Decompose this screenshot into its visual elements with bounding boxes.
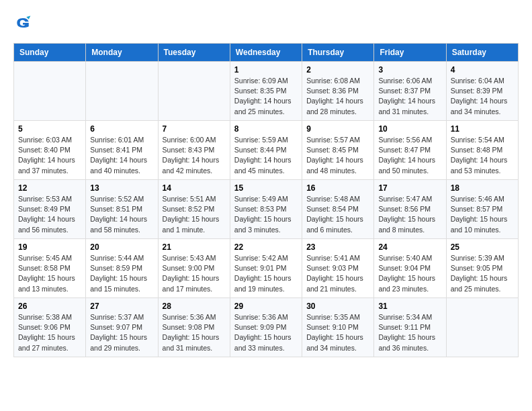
header-day-wednesday: Wednesday (230, 44, 302, 62)
calendar-cell: 17Sunrise: 5:47 AMSunset: 8:56 PMDayligh… (374, 180, 446, 239)
calendar-cell: 26Sunrise: 5:38 AMSunset: 9:06 PMDayligh… (14, 298, 86, 357)
calendar-cell: 31Sunrise: 5:34 AMSunset: 9:11 PMDayligh… (374, 298, 446, 357)
header-day-thursday: Thursday (302, 44, 374, 62)
day-info: Sunrise: 5:57 AMSunset: 8:45 PMDaylight:… (306, 135, 369, 176)
day-number: 21 (163, 242, 226, 252)
day-number: 27 (90, 302, 153, 311)
calendar-cell (158, 62, 230, 121)
day-number: 22 (234, 242, 298, 252)
day-number: 23 (306, 242, 369, 252)
calendar-cell: 6Sunrise: 6:01 AMSunset: 8:41 PMDaylight… (86, 121, 158, 180)
day-info: Sunrise: 5:37 AMSunset: 9:07 PMDaylight:… (90, 312, 153, 353)
week-row-2: 5Sunrise: 6:03 AMSunset: 8:40 PMDaylight… (14, 121, 519, 180)
calendar-cell: 9Sunrise: 5:57 AMSunset: 8:45 PMDaylight… (302, 121, 374, 180)
day-info: Sunrise: 6:01 AMSunset: 8:41 PMDaylight:… (90, 135, 153, 176)
day-number: 6 (90, 124, 153, 134)
calendar-cell (86, 62, 158, 121)
day-info: Sunrise: 5:46 AMSunset: 8:57 PMDaylight:… (451, 194, 514, 235)
header-day-saturday: Saturday (446, 44, 518, 62)
day-number: 4 (451, 65, 514, 75)
calendar-cell: 3Sunrise: 6:06 AMSunset: 8:37 PMDaylight… (374, 62, 446, 121)
day-info: Sunrise: 5:42 AMSunset: 9:01 PMDaylight:… (234, 253, 298, 294)
day-number: 28 (163, 302, 226, 311)
calendar-cell (446, 298, 518, 357)
week-row-1: 1Sunrise: 6:09 AMSunset: 8:35 PMDaylight… (14, 62, 519, 121)
day-info: Sunrise: 5:56 AMSunset: 8:47 PMDaylight:… (378, 135, 441, 176)
day-info: Sunrise: 5:36 AMSunset: 9:09 PMDaylight:… (234, 312, 298, 353)
day-number: 10 (378, 124, 441, 134)
day-info: Sunrise: 5:51 AMSunset: 8:52 PMDaylight:… (163, 194, 226, 235)
calendar-body: 1Sunrise: 6:09 AMSunset: 8:35 PMDaylight… (14, 62, 519, 357)
day-number: 2 (306, 65, 369, 75)
day-info: Sunrise: 5:49 AMSunset: 8:53 PMDaylight:… (234, 194, 298, 235)
day-number: 31 (378, 302, 441, 311)
day-info: Sunrise: 5:59 AMSunset: 8:44 PMDaylight:… (234, 135, 298, 176)
day-number: 18 (451, 183, 514, 193)
day-number: 19 (18, 242, 81, 252)
calendar-cell: 28Sunrise: 5:36 AMSunset: 9:08 PMDayligh… (158, 298, 230, 357)
header-day-sunday: Sunday (14, 44, 86, 62)
day-number: 12 (18, 183, 81, 193)
day-info: Sunrise: 5:43 AMSunset: 9:00 PMDaylight:… (163, 253, 226, 294)
calendar-cell: 8Sunrise: 5:59 AMSunset: 8:44 PMDaylight… (230, 121, 302, 180)
day-info: Sunrise: 5:52 AMSunset: 8:51 PMDaylight:… (90, 194, 153, 235)
day-number: 29 (234, 302, 298, 311)
day-info: Sunrise: 5:36 AMSunset: 9:08 PMDaylight:… (163, 312, 226, 353)
day-number: 24 (378, 242, 441, 252)
calendar-cell: 7Sunrise: 6:00 AMSunset: 8:43 PMDaylight… (158, 121, 230, 180)
calendar-table: SundayMondayTuesdayWednesdayThursdayFrid… (13, 43, 519, 357)
day-info: Sunrise: 5:39 AMSunset: 9:05 PMDaylight:… (451, 253, 514, 294)
calendar-cell: 4Sunrise: 6:04 AMSunset: 8:39 PMDaylight… (446, 62, 518, 121)
day-info: Sunrise: 6:03 AMSunset: 8:40 PMDaylight:… (18, 135, 81, 176)
calendar-cell: 10Sunrise: 5:56 AMSunset: 8:47 PMDayligh… (374, 121, 446, 180)
calendar-cell: 25Sunrise: 5:39 AMSunset: 9:05 PMDayligh… (446, 239, 518, 298)
calendar-cell: 14Sunrise: 5:51 AMSunset: 8:52 PMDayligh… (158, 180, 230, 239)
day-info: Sunrise: 5:54 AMSunset: 8:48 PMDaylight:… (451, 135, 514, 176)
day-info: Sunrise: 5:40 AMSunset: 9:04 PMDaylight:… (378, 253, 441, 294)
logo-icon (13, 13, 32, 32)
day-number: 15 (234, 183, 298, 193)
calendar-cell: 16Sunrise: 5:48 AMSunset: 8:54 PMDayligh… (302, 180, 374, 239)
calendar-cell: 20Sunrise: 5:44 AMSunset: 8:59 PMDayligh… (86, 239, 158, 298)
day-number: 7 (163, 124, 226, 134)
header-row: SundayMondayTuesdayWednesdayThursdayFrid… (14, 44, 519, 62)
day-info: Sunrise: 5:34 AMSunset: 9:11 PMDaylight:… (378, 312, 441, 353)
day-number: 17 (378, 183, 441, 193)
calendar-cell: 22Sunrise: 5:42 AMSunset: 9:01 PMDayligh… (230, 239, 302, 298)
day-info: Sunrise: 5:35 AMSunset: 9:10 PMDaylight:… (306, 312, 369, 353)
day-info: Sunrise: 5:38 AMSunset: 9:06 PMDaylight:… (18, 312, 81, 353)
calendar-cell: 29Sunrise: 5:36 AMSunset: 9:09 PMDayligh… (230, 298, 302, 357)
day-number: 3 (378, 65, 441, 75)
header-day-monday: Monday (86, 44, 158, 62)
calendar-cell: 13Sunrise: 5:52 AMSunset: 8:51 PMDayligh… (86, 180, 158, 239)
week-row-3: 12Sunrise: 5:53 AMSunset: 8:49 PMDayligh… (14, 180, 519, 239)
week-row-4: 19Sunrise: 5:45 AMSunset: 8:58 PMDayligh… (14, 239, 519, 298)
day-number: 11 (451, 124, 514, 134)
calendar-cell: 11Sunrise: 5:54 AMSunset: 8:48 PMDayligh… (446, 121, 518, 180)
day-info: Sunrise: 6:00 AMSunset: 8:43 PMDaylight:… (163, 135, 226, 176)
day-info: Sunrise: 5:41 AMSunset: 9:03 PMDaylight:… (306, 253, 369, 294)
day-info: Sunrise: 5:47 AMSunset: 8:56 PMDaylight:… (378, 194, 441, 235)
day-number: 16 (306, 183, 369, 193)
calendar-cell: 15Sunrise: 5:49 AMSunset: 8:53 PMDayligh… (230, 180, 302, 239)
calendar-header: SundayMondayTuesdayWednesdayThursdayFrid… (14, 44, 519, 62)
calendar-cell: 21Sunrise: 5:43 AMSunset: 9:00 PMDayligh… (158, 239, 230, 298)
calendar-cell: 12Sunrise: 5:53 AMSunset: 8:49 PMDayligh… (14, 180, 86, 239)
day-number: 1 (234, 65, 298, 75)
day-number: 25 (451, 242, 514, 252)
calendar-cell: 18Sunrise: 5:46 AMSunset: 8:57 PMDayligh… (446, 180, 518, 239)
day-info: Sunrise: 6:04 AMSunset: 8:39 PMDaylight:… (451, 76, 514, 117)
calendar-cell: 19Sunrise: 5:45 AMSunset: 8:58 PMDayligh… (14, 239, 86, 298)
day-info: Sunrise: 5:53 AMSunset: 8:49 PMDaylight:… (18, 194, 81, 235)
logo (13, 13, 36, 32)
day-number: 26 (18, 302, 81, 311)
week-row-5: 26Sunrise: 5:38 AMSunset: 9:06 PMDayligh… (14, 298, 519, 357)
calendar-cell: 1Sunrise: 6:09 AMSunset: 8:35 PMDaylight… (230, 62, 302, 121)
day-number: 14 (163, 183, 226, 193)
calendar-cell: 27Sunrise: 5:37 AMSunset: 9:07 PMDayligh… (86, 298, 158, 357)
day-info: Sunrise: 5:48 AMSunset: 8:54 PMDaylight:… (306, 194, 369, 235)
calendar-cell: 24Sunrise: 5:40 AMSunset: 9:04 PMDayligh… (374, 239, 446, 298)
day-number: 8 (234, 124, 298, 134)
day-info: Sunrise: 6:09 AMSunset: 8:35 PMDaylight:… (234, 76, 298, 117)
calendar-cell: 30Sunrise: 5:35 AMSunset: 9:10 PMDayligh… (302, 298, 374, 357)
